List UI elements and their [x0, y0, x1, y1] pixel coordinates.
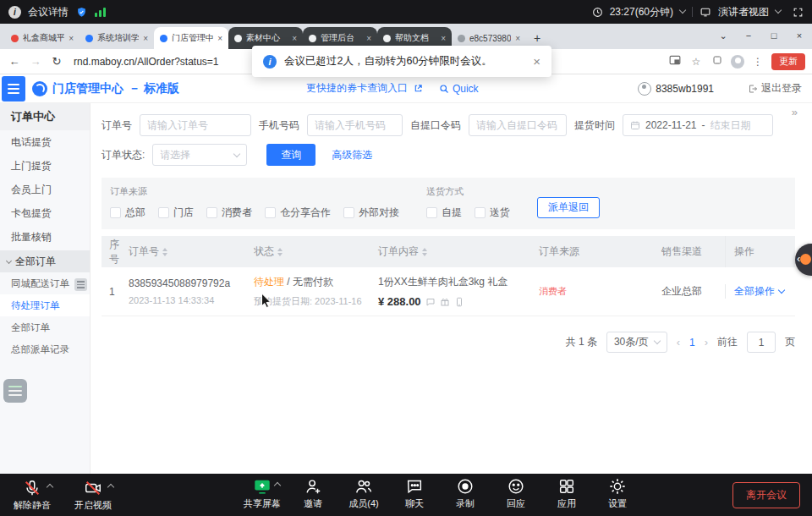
browser-menu-icon[interactable]: ⋮: [750, 56, 765, 68]
pickup-code-input[interactable]: [469, 114, 567, 136]
order-no-input[interactable]: [140, 114, 251, 136]
sort-icon[interactable]: [422, 248, 427, 256]
view-mode-label[interactable]: 演讲者视图: [718, 5, 769, 19]
meeting-timer[interactable]: 23:27(60分钟): [610, 5, 673, 19]
chevron-up-icon[interactable]: [107, 483, 114, 490]
unmute-button[interactable]: 解除静音: [10, 479, 54, 512]
pip-icon[interactable]: [667, 55, 683, 68]
browser-update-badge[interactable]: 更新: [771, 53, 805, 70]
gift-icon[interactable]: [440, 297, 450, 307]
checkbox-source-warehouse-coop[interactable]: 仓分享合作: [265, 206, 331, 220]
browser-tab[interactable]: 系统培训学习 ×: [80, 27, 154, 49]
order-status-select[interactable]: 请选择: [152, 144, 247, 166]
back-icon[interactable]: ←: [7, 55, 22, 68]
meeting-info-icon[interactable]: i: [8, 6, 21, 19]
checkbox-source-consumer[interactable]: 消费者: [206, 206, 252, 220]
start-video-button[interactable]: 开启视频: [71, 479, 115, 512]
checkbox-icon[interactable]: [426, 207, 437, 218]
fullscreen-icon[interactable]: [793, 7, 804, 18]
browser-profile-avatar[interactable]: [731, 55, 744, 69]
sidebar-item-batch-verify[interactable]: 批量核销: [0, 225, 90, 249]
floating-list-widget[interactable]: [3, 379, 27, 403]
all-actions-dropdown[interactable]: 全部操作: [734, 284, 784, 299]
browser-tab-active[interactable]: 门店管理中心 ×: [154, 27, 228, 49]
search-button[interactable]: 查询: [266, 144, 315, 166]
page-number-current[interactable]: 1: [689, 337, 695, 349]
checkbox-delivery-ship[interactable]: 送货: [475, 206, 510, 220]
tab-search-icon[interactable]: ⌄: [710, 24, 736, 47]
sidebar-drag-handle-icon[interactable]: [74, 278, 87, 291]
tab-close-icon[interactable]: ×: [143, 34, 148, 43]
hamburger-menu-icon[interactable]: [2, 76, 25, 102]
goto-page-input[interactable]: [747, 332, 776, 353]
col-header-content[interactable]: 订单内容: [378, 244, 539, 259]
checkbox-icon[interactable]: [475, 207, 486, 218]
dispatch-return-button[interactable]: 派单退回: [537, 197, 600, 218]
tab-close-icon[interactable]: ×: [515, 34, 520, 43]
checkbox-icon[interactable]: [110, 207, 121, 218]
window-close-button[interactable]: ×: [787, 24, 812, 47]
sidebar-group-all-orders[interactable]: 全部订单: [0, 250, 90, 272]
next-page-icon[interactable]: ›: [705, 336, 708, 349]
chat-bubble-icon[interactable]: [425, 297, 436, 307]
chevron-up-icon[interactable]: [274, 482, 281, 489]
sidebar-item-door-pickup[interactable]: 上门提货: [0, 154, 90, 178]
checkbox-icon[interactable]: [206, 207, 217, 218]
quick-search[interactable]: Quick: [439, 83, 479, 95]
checkbox-source-store[interactable]: 门店: [158, 206, 194, 220]
quick-label[interactable]: Quick: [453, 83, 479, 95]
checkbox-icon[interactable]: [265, 207, 276, 218]
logout-button[interactable]: 退出登录: [748, 81, 802, 96]
checkbox-icon[interactable]: [343, 207, 354, 218]
timer-dropdown-icon[interactable]: [679, 7, 686, 14]
meeting-details-label[interactable]: 会议详情: [28, 5, 69, 19]
settings-button[interactable]: 设置: [598, 477, 637, 510]
record-button[interactable]: 录制: [446, 477, 485, 510]
end-date-placeholder[interactable]: 结束日期: [710, 118, 751, 133]
phone-input[interactable]: [307, 114, 403, 136]
sidebar-item-pending-orders[interactable]: 待处理订单: [0, 294, 90, 316]
forward-icon[interactable]: →: [28, 55, 43, 68]
sort-icon[interactable]: [162, 248, 167, 256]
user-account[interactable]: 8385wb1991: [638, 82, 714, 96]
checkbox-source-hq[interactable]: 总部: [110, 206, 145, 220]
sidebar-item-member-visit[interactable]: 会员上门: [0, 178, 90, 201]
chat-button[interactable]: 聊天: [395, 477, 434, 510]
checkbox-icon[interactable]: [158, 207, 169, 218]
sort-icon[interactable]: [277, 248, 283, 256]
apps-button[interactable]: 应用: [547, 477, 586, 510]
tab-close-icon[interactable]: ×: [441, 34, 446, 43]
sidebar-item-hq-dispatch-records[interactable]: 总部派单记录: [0, 338, 90, 360]
collapse-chevrons-icon[interactable]: »: [792, 106, 798, 118]
security-shield-icon[interactable]: [75, 6, 88, 19]
start-date-value[interactable]: 2022-11-21: [645, 119, 697, 131]
bookmark-star-icon[interactable]: ☆: [689, 56, 704, 68]
invite-button[interactable]: 邀请: [294, 477, 332, 510]
checkbox-source-external[interactable]: 外部对接: [343, 206, 399, 220]
extensions-icon[interactable]: [710, 55, 725, 68]
toast-close-icon[interactable]: ×: [533, 54, 540, 69]
reactions-button[interactable]: 回应: [497, 477, 535, 510]
prev-page-icon[interactable]: ‹: [677, 336, 680, 349]
view-dropdown-icon[interactable]: [775, 7, 782, 14]
window-minimize-button[interactable]: −: [736, 24, 761, 47]
date-range-picker[interactable]: 2022-11-21 - 结束日期: [623, 114, 773, 136]
quick-entry[interactable]: 更快捷的券卡查询入口 Quick: [306, 81, 479, 96]
quick-entry-link[interactable]: 更快捷的券卡查询入口: [306, 81, 408, 96]
col-header-order-no[interactable]: 订单号: [129, 244, 254, 259]
sidebar-item-phone-pickup[interactable]: 电话提货: [0, 130, 90, 154]
members-button[interactable]: 成员(4): [344, 477, 383, 510]
window-maximize-button[interactable]: □: [761, 24, 787, 47]
tab-close-icon[interactable]: ×: [69, 34, 74, 43]
table-row[interactable]: 1 83859345088979792a 2023-11-13 14:33:34…: [102, 267, 795, 316]
sidebar-item-all-orders[interactable]: 全部订单: [0, 316, 90, 338]
checkbox-delivery-selfpickup[interactable]: 自提: [426, 206, 462, 220]
tab-close-icon[interactable]: ×: [292, 34, 297, 43]
browser-tab[interactable]: 礼盒商城平台管理中心 ×: [5, 27, 80, 49]
tab-close-icon[interactable]: ×: [217, 34, 222, 43]
refresh-icon[interactable]: ↻: [49, 55, 64, 68]
chevron-up-icon[interactable]: [47, 483, 53, 490]
page-size-select[interactable]: 30条/页: [606, 332, 667, 353]
leave-meeting-button[interactable]: 离开会议: [732, 482, 800, 508]
share-screen-button[interactable]: 共享屏幕: [243, 477, 282, 510]
